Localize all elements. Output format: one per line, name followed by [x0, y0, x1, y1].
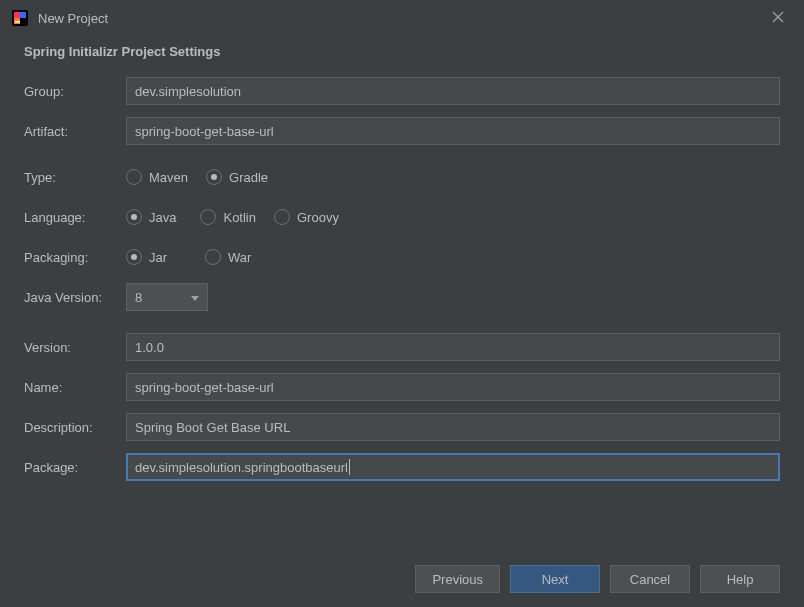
- help-button[interactable]: Help: [700, 565, 780, 593]
- radio-icon: [206, 169, 222, 185]
- close-icon[interactable]: [764, 5, 792, 31]
- name-input[interactable]: [126, 373, 780, 401]
- radio-label: Maven: [149, 170, 188, 185]
- type-radio-group: Maven Gradle: [126, 169, 268, 185]
- radio-icon: [274, 209, 290, 225]
- name-label: Name:: [24, 380, 126, 395]
- button-bar: Previous Next Cancel Help: [415, 565, 780, 593]
- app-icon: [12, 10, 28, 26]
- package-label: Package:: [24, 460, 126, 475]
- radio-icon: [200, 209, 216, 225]
- radio-label: Groovy: [297, 210, 339, 225]
- packaging-radio-war[interactable]: War: [205, 249, 251, 265]
- packaging-radio-jar[interactable]: Jar: [126, 249, 167, 265]
- page-heading: Spring Initializr Project Settings: [24, 44, 780, 59]
- package-value: dev.simplesolution.springbootbaseurl: [135, 460, 348, 475]
- language-radio-groovy[interactable]: Groovy: [274, 209, 339, 225]
- radio-icon: [126, 249, 142, 265]
- svg-rect-4: [15, 21, 20, 23]
- group-input[interactable]: [126, 77, 780, 105]
- type-radio-maven[interactable]: Maven: [126, 169, 188, 185]
- description-label: Description:: [24, 420, 126, 435]
- text-cursor: [349, 459, 350, 475]
- packaging-label: Packaging:: [24, 250, 126, 265]
- radio-icon: [205, 249, 221, 265]
- version-input[interactable]: [126, 333, 780, 361]
- description-input[interactable]: [126, 413, 780, 441]
- next-button[interactable]: Next: [510, 565, 600, 593]
- artifact-label: Artifact:: [24, 124, 126, 139]
- window-title: New Project: [38, 11, 764, 26]
- version-label: Version:: [24, 340, 126, 355]
- radio-label: War: [228, 250, 251, 265]
- radio-label: Jar: [149, 250, 167, 265]
- radio-label: Gradle: [229, 170, 268, 185]
- type-radio-gradle[interactable]: Gradle: [206, 169, 268, 185]
- chevron-down-icon: [191, 290, 199, 305]
- java-version-select[interactable]: 8: [126, 283, 208, 311]
- language-label: Language:: [24, 210, 126, 225]
- previous-button[interactable]: Previous: [415, 565, 500, 593]
- cancel-button[interactable]: Cancel: [610, 565, 690, 593]
- radio-icon: [126, 169, 142, 185]
- select-value: 8: [135, 290, 142, 305]
- svg-rect-1: [14, 12, 20, 18]
- radio-label: Java: [149, 210, 176, 225]
- package-input[interactable]: dev.simplesolution.springbootbaseurl: [126, 453, 780, 481]
- group-label: Group:: [24, 84, 126, 99]
- type-label: Type:: [24, 170, 126, 185]
- language-radio-java[interactable]: Java: [126, 209, 176, 225]
- svg-rect-2: [20, 12, 26, 18]
- content-area: Spring Initializr Project Settings Group…: [0, 36, 804, 481]
- radio-label: Kotlin: [223, 210, 256, 225]
- packaging-radio-group: Jar War: [126, 249, 251, 265]
- artifact-input[interactable]: [126, 117, 780, 145]
- titlebar: New Project: [0, 0, 804, 36]
- java-version-label: Java Version:: [24, 290, 126, 305]
- language-radio-kotlin[interactable]: Kotlin: [200, 209, 256, 225]
- language-radio-group: Java Kotlin Groovy: [126, 209, 339, 225]
- radio-icon: [126, 209, 142, 225]
